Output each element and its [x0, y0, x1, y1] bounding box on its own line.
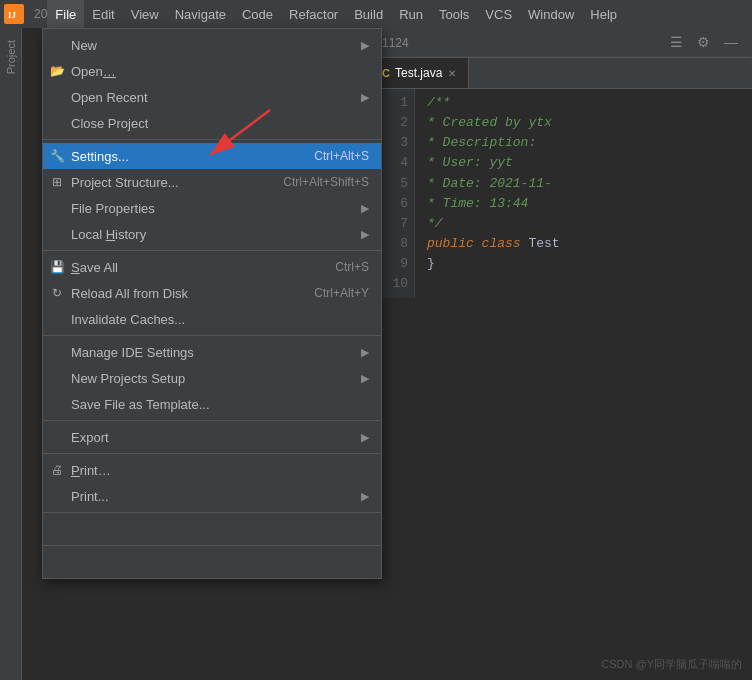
year-label: 20 — [34, 7, 47, 21]
line-count: 1124 — [382, 36, 409, 50]
ide-logo: IJ — [4, 4, 24, 24]
arrow-icon: ▶ — [361, 228, 369, 241]
toolbar-list-icon[interactable]: ☰ — [666, 32, 687, 52]
menu-vcs[interactable]: VCS — [477, 0, 520, 28]
menu-item-project-structure[interactable]: ⊞ Project Structure... Ctrl+Alt+Shift+S — [43, 169, 381, 195]
arrow-icon: ▶ — [361, 346, 369, 359]
menu-view[interactable]: View — [123, 0, 167, 28]
menu-item-exit[interactable] — [43, 549, 381, 575]
menu-item-reload[interactable]: ↻ Reload All from Disk Ctrl+Alt+Y — [43, 280, 381, 306]
menu-code[interactable]: Code — [234, 0, 281, 28]
editor-toolbar: ☰ ⚙ — — [417, 29, 748, 57]
menu-item-save-all[interactable]: 💾 Save All Ctrl+S — [43, 254, 381, 280]
separator-1 — [43, 139, 381, 140]
menu-help[interactable]: Help — [582, 0, 625, 28]
menu-item-invalidate[interactable]: Invalidate Caches... — [43, 306, 381, 332]
arrow-icon: ▶ — [361, 372, 369, 385]
tab-label: Test.java — [395, 66, 442, 80]
tab-close-icon[interactable]: ✕ — [448, 68, 456, 79]
tab-row: C Test.java ✕ — [370, 58, 752, 89]
menu-refactor[interactable]: Refactor — [281, 0, 346, 28]
separator-4 — [43, 420, 381, 421]
watermark: CSDN @Y同学脑瓜子嗡嗡的 — [601, 657, 742, 672]
menu-item-print[interactable]: 🖨 Print… — [43, 457, 381, 483]
menu-edit[interactable]: Edit — [84, 0, 122, 28]
print-icon: 🖨 — [49, 463, 65, 477]
separator-7 — [43, 545, 381, 546]
refresh-icon: ↻ — [49, 286, 65, 300]
separator-3 — [43, 335, 381, 336]
menu-run[interactable]: Run — [391, 0, 431, 28]
menu-window[interactable]: Window — [520, 0, 582, 28]
editor-area: 1124 ☰ ⚙ — C Test.java ✕ 1 2 3 4 5 — [370, 28, 752, 680]
menu-item-save-template[interactable]: Save File as Template... — [43, 391, 381, 417]
separator-6 — [43, 512, 381, 513]
java-class-icon: C — [382, 67, 390, 79]
menu-item-local-history[interactable]: Local History ▶ — [43, 221, 381, 247]
menu-navigate[interactable]: Navigate — [167, 0, 234, 28]
separator-5 — [43, 453, 381, 454]
menu-item-open-recent[interactable]: Open Recent ▶ — [43, 84, 381, 110]
menu-item-settings[interactable]: 🔧 Settings... Ctrl+Alt+S — [43, 143, 381, 169]
editor-tabs: 1124 ☰ ⚙ — — [370, 28, 752, 58]
arrow-icon: ▶ — [361, 431, 369, 444]
code-editor[interactable]: 1 2 3 4 5 6 7 8 9 10 /** * Created by yt… — [370, 89, 752, 298]
menu-item-new-projects[interactable]: New Projects Setup ▶ — [43, 365, 381, 391]
menu-item-open[interactable]: 📂 Open… — [43, 58, 381, 84]
arrow-icon: ▶ — [361, 91, 369, 104]
code-lines: /** * Created by ytx * Description: * Us… — [415, 89, 572, 298]
arrow-icon: ▶ — [361, 39, 369, 52]
arrow-icon: ▶ — [361, 490, 369, 503]
sidebar-project-tab[interactable]: Project — [2, 32, 20, 82]
separator-2 — [43, 250, 381, 251]
menu-tools[interactable]: Tools — [431, 0, 477, 28]
menu-item-close-project[interactable]: Close Project — [43, 110, 381, 136]
menu-build[interactable]: Build — [346, 0, 391, 28]
menu-file[interactable]: File — [47, 0, 84, 28]
grid-icon: ⊞ — [49, 175, 65, 189]
sidebar-panel: Project — [0, 28, 22, 680]
file-dropdown-menu: New ▶ 📂 Open… Open Recent ▶ Close Projec… — [42, 28, 382, 579]
arrow-icon: ▶ — [361, 202, 369, 215]
folder-icon: 📂 — [49, 64, 65, 78]
ide-background: IJ 20 File Edit View Navigate Code Refac… — [0, 0, 752, 680]
menu-item-file-properties[interactable]: File Properties ▶ — [43, 195, 381, 221]
save-icon: 💾 — [49, 260, 65, 274]
svg-text:IJ: IJ — [8, 10, 17, 20]
toolbar-gear-icon[interactable]: ⚙ — [693, 32, 714, 52]
menu-item-manage-ide[interactable]: Manage IDE Settings ▶ — [43, 339, 381, 365]
menu-item-power-save[interactable] — [43, 516, 381, 542]
wrench-icon: 🔧 — [49, 149, 65, 163]
tab-test-java[interactable]: C Test.java ✕ — [370, 58, 469, 88]
menu-item-new[interactable]: New ▶ — [43, 32, 381, 58]
toolbar-minimize-icon[interactable]: — — [720, 32, 742, 52]
menu-item-export[interactable]: Export ▶ — [43, 424, 381, 450]
menu-item-favorites[interactable]: Print... ▶ — [43, 483, 381, 509]
menubar: IJ 20 File Edit View Navigate Code Refac… — [0, 0, 752, 28]
